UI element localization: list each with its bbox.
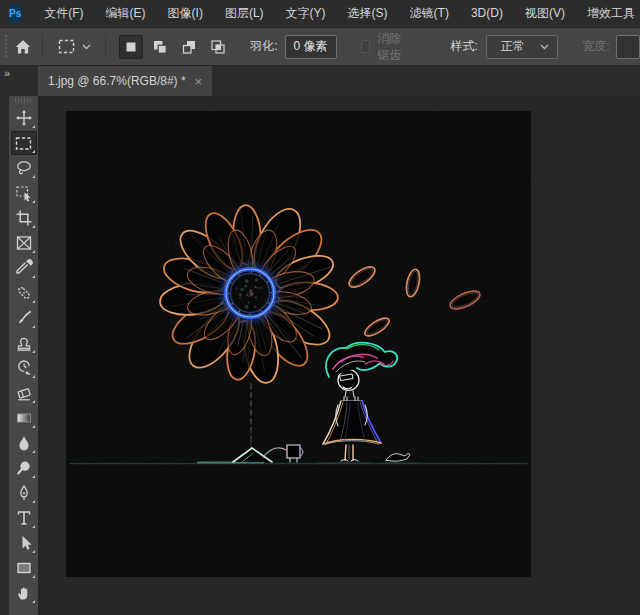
tool-path-selection-button[interactable] <box>11 531 37 555</box>
intersect-selection-button[interactable] <box>206 35 230 59</box>
width-label: 宽度: <box>582 38 609 55</box>
tool-move-button[interactable] <box>11 106 37 130</box>
menu-bar: Ps 文件(F) 编辑(E) 图像(I) 图层(L) 文字(Y) 选择(S) 滤… <box>0 0 640 28</box>
type-icon <box>15 509 33 527</box>
chevron-down-icon <box>82 44 91 50</box>
document-canvas[interactable] <box>66 111 531 577</box>
tool-rectangular-marquee-button[interactable] <box>11 131 37 155</box>
lasso-icon <box>15 159 33 177</box>
feather-label: 羽化: <box>250 38 277 55</box>
style-value: 正常 <box>501 38 525 55</box>
subtract-from-selection-icon <box>180 38 198 56</box>
canvas-area[interactable] <box>38 96 640 615</box>
feather-input[interactable]: 0 像素 <box>285 35 337 59</box>
tool-clone-stamp-button[interactable] <box>11 331 37 355</box>
style-select[interactable]: 正常 <box>486 35 558 59</box>
menu-type[interactable]: 文字(Y) <box>275 0 337 27</box>
document-artwork <box>66 111 531 577</box>
workspace <box>0 96 640 615</box>
tool-history-brush-button[interactable] <box>11 356 37 380</box>
options-bar-grip[interactable] <box>5 35 7 59</box>
menu-plugins[interactable]: 增效工具 <box>576 0 640 27</box>
eyedropper-icon <box>15 259 33 277</box>
tool-rectangle-button[interactable] <box>11 556 37 580</box>
tools-panel <box>0 96 38 615</box>
tool-object-selection-button[interactable] <box>11 181 37 205</box>
width-input <box>616 35 640 59</box>
menu-edit[interactable]: 编辑(E) <box>95 0 157 27</box>
tool-eraser-button[interactable] <box>11 381 37 405</box>
path-selection-arrow-icon <box>15 534 33 552</box>
tool-lasso-button[interactable] <box>11 156 37 180</box>
panel-header: » <box>0 66 38 96</box>
home-button[interactable] <box>13 33 34 61</box>
tab-close-icon[interactable]: × <box>195 75 203 88</box>
tool-preset-button[interactable] <box>51 33 97 61</box>
frame-icon <box>15 234 33 252</box>
gradient-icon <box>15 409 33 427</box>
tool-hand-button[interactable] <box>11 581 37 605</box>
antialias-label: 消除锯齿 <box>377 30 410 64</box>
hand-icon <box>15 584 33 602</box>
add-to-selection-icon <box>151 38 169 56</box>
menu-file[interactable]: 文件(F) <box>33 0 94 27</box>
chevron-down-icon <box>540 44 549 50</box>
tool-dodge-button[interactable] <box>11 456 37 480</box>
tools-panel-edge <box>0 96 9 615</box>
clone-stamp-icon <box>15 334 33 352</box>
object-selection-icon <box>15 184 33 202</box>
eraser-icon <box>15 384 33 402</box>
blur-drop-icon <box>15 434 33 452</box>
history-brush-icon <box>15 359 33 377</box>
pen-icon <box>15 484 33 502</box>
rectangular-marquee-icon <box>57 37 76 56</box>
photoshop-logo: Ps <box>9 4 21 23</box>
dodge-icon <box>15 459 33 477</box>
toolbar <box>9 96 38 615</box>
tool-frame-button[interactable] <box>11 231 37 255</box>
separator <box>105 35 106 59</box>
new-selection-icon <box>122 38 140 56</box>
options-bar: 羽化: 0 像素 消除锯齿 样式: 正常 宽度: <box>0 28 640 66</box>
menu-view[interactable]: 视图(V) <box>514 0 576 27</box>
tool-type-button[interactable] <box>11 506 37 530</box>
subtract-from-selection-button[interactable] <box>177 35 201 59</box>
document-tab-bar: » 1.jpg @ 66.7%(RGB/8#) * × <box>0 66 640 96</box>
new-selection-button[interactable] <box>119 35 143 59</box>
style-label: 样式: <box>450 38 477 55</box>
tool-brush-button[interactable] <box>11 306 37 330</box>
separator <box>42 35 43 59</box>
document-tab-title: 1.jpg @ 66.7%(RGB/8#) * <box>48 74 186 88</box>
tool-pen-button[interactable] <box>11 481 37 505</box>
intersect-selection-icon <box>209 38 227 56</box>
tool-eyedropper-button[interactable] <box>11 256 37 280</box>
rectangle-shape-icon <box>15 559 33 577</box>
photoshop-window: Ps 文件(F) 编辑(E) 图像(I) 图层(L) 文字(Y) 选择(S) 滤… <box>0 0 640 615</box>
rectangular-marquee-icon <box>14 134 33 153</box>
menu-filter[interactable]: 滤镜(T) <box>399 0 460 27</box>
add-to-selection-button[interactable] <box>148 35 172 59</box>
healing-bandage-icon <box>15 284 33 302</box>
tool-spot-healing-button[interactable] <box>11 281 37 305</box>
menu-layer[interactable]: 图层(L) <box>214 0 275 27</box>
selection-mode-group <box>119 35 230 59</box>
home-icon <box>14 38 32 56</box>
brush-icon <box>15 309 33 327</box>
tool-blur-button[interactable] <box>11 431 37 455</box>
tool-gradient-button[interactable] <box>11 406 37 430</box>
move-tool-icon <box>15 109 33 127</box>
expand-panels-icon[interactable]: » <box>4 67 9 79</box>
toolbar-grip[interactable] <box>15 98 33 103</box>
menu-3d[interactable]: 3D(D) <box>460 0 514 27</box>
tool-crop-button[interactable] <box>11 206 37 230</box>
document-tab[interactable]: 1.jpg @ 66.7%(RGB/8#) * × <box>38 66 212 96</box>
crop-icon <box>15 209 33 227</box>
menu-image[interactable]: 图像(I) <box>157 0 214 27</box>
menu-select[interactable]: 选择(S) <box>337 0 399 27</box>
antialias-checkbox <box>361 40 371 53</box>
